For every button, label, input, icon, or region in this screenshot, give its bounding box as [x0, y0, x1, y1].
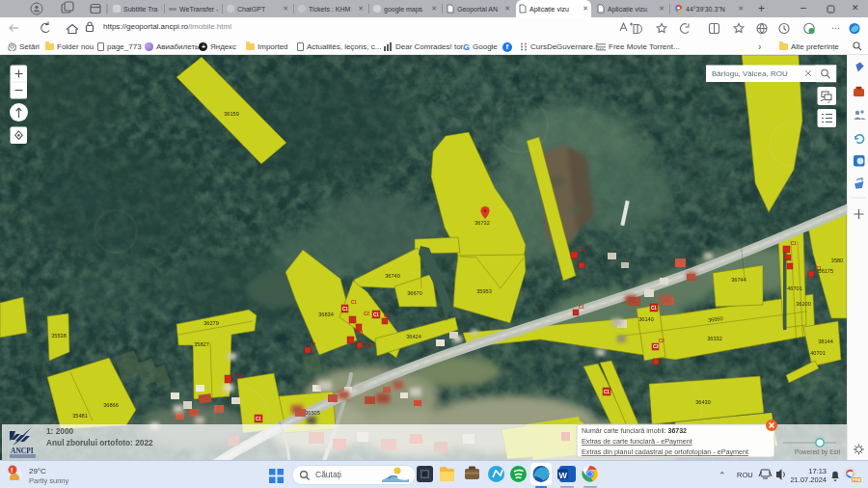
svg-text:36744: 36744	[731, 277, 746, 283]
svg-text:C1: C1	[373, 312, 379, 317]
svg-text:C2: C2	[366, 343, 372, 348]
svg-text:C1: C1	[311, 342, 316, 347]
svg-text:C1: C1	[651, 306, 657, 311]
svg-text:PRE: PRE	[853, 477, 861, 482]
svg-text:⋯: ⋯	[831, 23, 840, 33]
svg-text:35538: 35538	[51, 333, 67, 339]
svg-text:36159: 36159	[224, 111, 239, 117]
svg-text:C2: C2	[364, 312, 369, 316]
svg-text:40701: 40701	[810, 350, 826, 356]
svg-text:35827: 35827	[194, 341, 209, 347]
svg-text:36505: 36505	[305, 410, 320, 416]
svg-text:35481: 35481	[72, 413, 88, 419]
svg-text:C2: C2	[237, 374, 243, 379]
svg-text:36740: 36740	[385, 273, 400, 279]
svg-text:ROU: ROU	[737, 471, 753, 479]
svg-text:35953: 35953	[476, 288, 492, 294]
svg-text:36200: 36200	[796, 301, 811, 307]
svg-text:Powered by Esri: Powered by Esri	[795, 448, 840, 456]
svg-text:C1: C1	[256, 417, 261, 421]
svg-text:Căutați: Căutați	[315, 470, 341, 479]
svg-text:C2: C2	[653, 344, 659, 349]
svg-text:C1: C1	[384, 313, 390, 318]
svg-text:ANCPI: ANCPI	[11, 447, 34, 455]
svg-text:Număr carte funciară imobil: 3: Număr carte funciară imobil: 36732	[582, 427, 687, 434]
svg-text:C1: C1	[579, 305, 584, 310]
svg-text:W: W	[559, 471, 568, 480]
svg-text:B6175: B6175	[818, 268, 833, 274]
svg-text:C2: C2	[659, 339, 665, 343]
svg-text:29°C: 29°C	[29, 467, 46, 475]
svg-text:46701: 46701	[787, 285, 802, 291]
svg-text:3580: 3580	[831, 258, 843, 263]
svg-text:C1: C1	[791, 241, 797, 246]
svg-text:1: 2000: 1: 2000	[46, 426, 74, 436]
svg-text:Anul zborului ortofoto: 2022: Anul zborului ortofoto: 2022	[46, 438, 153, 447]
svg-text:21.07.2024: 21.07.2024	[790, 475, 827, 484]
svg-text:36670: 36670	[407, 290, 422, 296]
svg-text:C1: C1	[358, 331, 364, 336]
svg-text:36279: 36279	[203, 320, 219, 326]
svg-text:⌃: ⌃	[719, 471, 726, 480]
svg-text:36732: 36732	[475, 220, 490, 226]
svg-text:Extras de carte funciară - ePa: Extras de carte funciară - ePayment	[582, 437, 692, 446]
svg-text:36424: 36424	[406, 334, 421, 339]
svg-text:Extras din planul cadastral pe: Extras din planul cadastral pe ortofotop…	[582, 447, 748, 456]
svg-text:36140: 36140	[638, 316, 654, 322]
svg-text:Partly sunny: Partly sunny	[29, 476, 69, 485]
svg-text:C1: C1	[342, 307, 348, 312]
svg-text:38144: 38144	[818, 339, 833, 344]
svg-text:C1: C1	[580, 247, 585, 252]
svg-text:36866: 36866	[103, 402, 119, 408]
svg-text:C1: C1	[351, 300, 357, 305]
svg-text:36834: 36834	[318, 312, 334, 317]
svg-text:!: !	[11, 467, 13, 474]
svg-text:Bârlogu, Vâlcea, ROU: Bârlogu, Vâlcea, ROU	[712, 69, 788, 78]
svg-text:17:13: 17:13	[808, 467, 827, 475]
svg-text:C1: C1	[604, 390, 610, 394]
svg-text:36332: 36332	[707, 336, 722, 341]
